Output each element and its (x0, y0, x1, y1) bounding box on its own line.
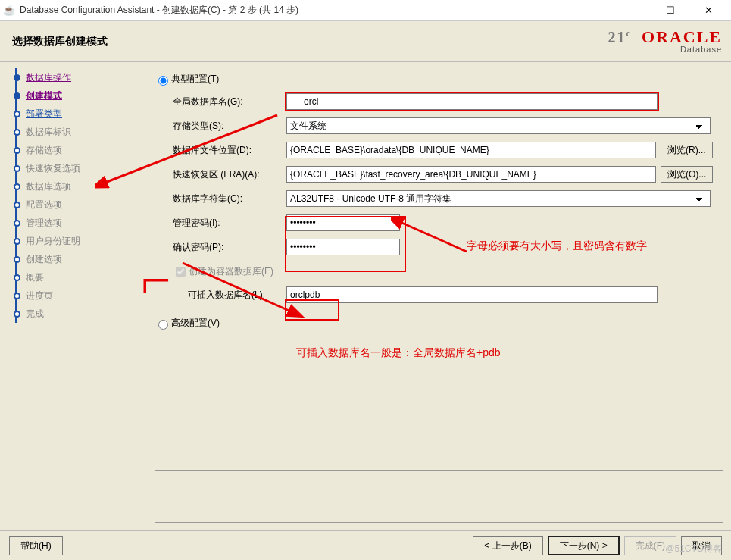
window-title: Database Configuration Assistant - 创建数据库… (20, 4, 619, 17)
wizard-steps-sidebar: 数据库操作创建模式部署类型数据库标识存储选项快速恢复选项数据库选项配置选项管理选… (0, 62, 148, 530)
annotation-pdb-rule: 可插入数据库名一般是：全局数据库名+pdb (296, 346, 501, 360)
step-label: 数据库标识 (26, 126, 71, 139)
wizard-step-2[interactable]: 部署类型 (0, 105, 148, 123)
step-label: 存储选项 (26, 144, 62, 157)
step-label: 进度页 (26, 289, 53, 302)
step-dot-icon (14, 274, 20, 281)
step-label: 创建模式 (26, 89, 62, 102)
container-db-checkbox-row: 创建为容器数据库(E) (173, 264, 723, 279)
wizard-step-13: 完成 (0, 305, 148, 323)
step-label: 配置选项 (26, 199, 62, 211)
window-controls: — ☐ ✕ (619, 2, 722, 19)
step-dot-icon (14, 220, 20, 227)
step-dot-icon (14, 129, 20, 136)
step-dot-icon (14, 183, 20, 190)
step-dot-icon (14, 74, 20, 81)
global-db-label: 全局数据库名(G): (173, 95, 286, 108)
back-button[interactable]: < 上一步(B) (473, 536, 542, 555)
dbfile-loc-label: 数据库文件位置(D): (173, 144, 286, 157)
wizard-step-6: 数据库选项 (0, 177, 148, 196)
logo-c: c (626, 28, 632, 39)
storage-type-label: 存储类型(S): (173, 120, 286, 133)
advanced-config-radio-input[interactable] (158, 320, 168, 330)
step-dot-icon (14, 147, 20, 154)
message-panel (155, 470, 723, 523)
step-dot-icon (14, 202, 20, 208)
wizard-step-11: 概要 (0, 268, 148, 286)
step-dot-icon (14, 256, 20, 263)
wizard-step-9: 用户身份证明 (0, 232, 148, 250)
container-db-label: 创建为容器数据库(E) (189, 265, 273, 278)
global-db-name-input[interactable] (286, 93, 658, 110)
confirm-password-input[interactable] (286, 239, 400, 255)
admin-password-input[interactable] (286, 214, 400, 231)
wizard-step-10: 创建选项 (0, 250, 148, 268)
container-db-checkbox (176, 267, 186, 277)
close-button[interactable]: ✕ (695, 2, 722, 19)
typical-config-label: 典型配置(T) (171, 73, 219, 86)
step-dot-icon (14, 293, 20, 299)
advanced-config-label: 高级配置(V) (171, 317, 220, 330)
typical-config-radio-input[interactable] (158, 76, 168, 86)
java-icon: ☕ (3, 5, 15, 17)
step-label: 概要 (26, 271, 44, 284)
wizard-step-0[interactable]: 数据库操作 (0, 68, 148, 86)
watermark: @51CTO博客 (665, 543, 722, 555)
fra-label: 快速恢复区 (FRA)(A): (173, 168, 286, 181)
page-title: 选择数据库创建模式 (12, 35, 108, 48)
storage-type-select[interactable]: 文件系统 (286, 117, 711, 134)
wizard-step-12: 进度页 (0, 286, 148, 305)
minimize-button[interactable]: — (619, 2, 646, 19)
next-button[interactable]: 下一步(N) > (548, 536, 620, 555)
help-button[interactable]: 帮助(H) (9, 536, 63, 555)
step-label: 完成 (26, 308, 44, 321)
fra-input[interactable] (286, 166, 656, 183)
browse-o-button[interactable]: 浏览(O)... (661, 166, 713, 183)
confirm-pwd-label: 确认密码(P): (173, 241, 286, 254)
step-label: 部署类型 (26, 108, 62, 120)
logo-subtext: Database (608, 45, 722, 54)
oracle-logo: 21c ORACLE Database (608, 29, 722, 54)
wizard-step-8: 管理选项 (0, 214, 148, 232)
step-dot-icon (14, 111, 20, 117)
step-dot-icon (14, 165, 20, 172)
step-label: 管理选项 (26, 217, 62, 230)
wizard-step-4: 存储选项 (0, 141, 148, 159)
browse-r-button[interactable]: 浏览(R)... (661, 142, 713, 158)
step-label: 数据库选项 (26, 180, 71, 193)
header: 选择数据库创建模式 21c ORACLE Database (0, 21, 731, 62)
typical-config-radio[interactable]: 典型配置(T) (155, 73, 723, 86)
maximize-button[interactable]: ☐ (657, 2, 684, 19)
logo-brand: ORACLE (642, 27, 722, 46)
step-label: 用户身份证明 (26, 235, 80, 248)
pdb-name-input[interactable] (286, 286, 658, 303)
step-dot-icon (14, 238, 20, 245)
pdb-name-label: 可插入数据库名(L): (188, 289, 286, 302)
charset-label: 数据库字符集(C): (173, 192, 286, 205)
step-dot-icon (14, 92, 20, 99)
wizard-step-3: 数据库标识 (0, 123, 148, 141)
step-dot-icon (14, 311, 20, 318)
wizard-step-5: 快速恢复选项 (0, 159, 148, 177)
charset-select[interactable]: AL32UTF8 - Unicode UTF-8 通用字符集 (286, 190, 711, 207)
wizard-step-1[interactable]: 创建模式 (0, 86, 148, 105)
step-label: 数据库操作 (26, 71, 71, 84)
step-label: 快速恢复选项 (26, 162, 80, 175)
admin-pwd-label: 管理密码(I): (173, 217, 286, 230)
wizard-step-7: 配置选项 (0, 196, 148, 214)
dbfile-loc-input[interactable] (286, 142, 656, 158)
titlebar: ☕ Database Configuration Assistant - 创建数… (0, 0, 731, 21)
footer: 帮助(H) < 上一步(B) 下一步(N) > 完成(F) 取消 (0, 530, 731, 560)
step-label: 创建选项 (26, 253, 62, 266)
logo-version: 21 (608, 29, 626, 45)
content-area: 典型配置(T) 全局数据库名(G): 存储类型(S): 文件系统 数据库文件位置… (148, 62, 731, 530)
advanced-config-radio[interactable]: 高级配置(V) (155, 317, 723, 330)
